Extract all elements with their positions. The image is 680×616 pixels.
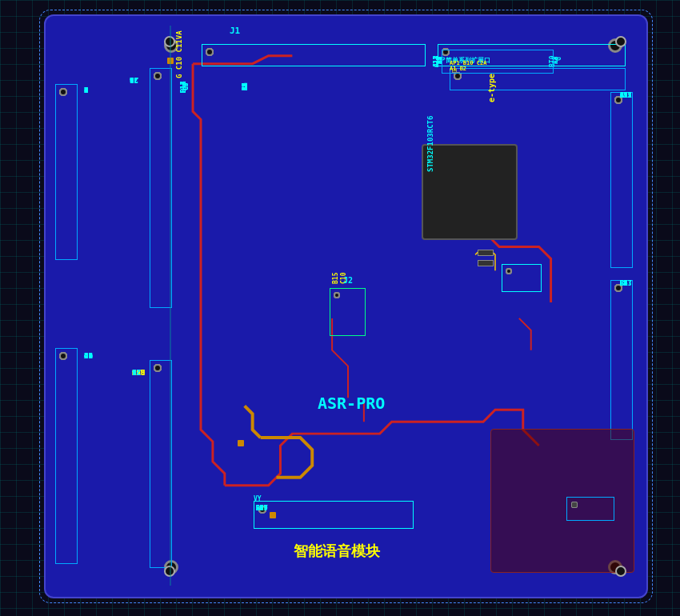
pcb-canvas: J1 (0, 0, 680, 616)
mount-pad-tr (615, 36, 626, 47)
left-lower-connector (55, 348, 78, 564)
bot-gnd: GND (256, 505, 267, 512)
right-middle-connector (610, 92, 633, 268)
asr-pro-label: ASR-PRO (318, 394, 385, 413)
mini-ic-1 (478, 250, 494, 256)
top-pin-b11: B11 (180, 82, 202, 93)
j2-label: J2 (343, 276, 353, 285)
bottom-connector (254, 501, 414, 529)
pin-hole (206, 48, 214, 56)
right-b7: B7 (620, 280, 628, 287)
center-small-box (330, 288, 366, 336)
small-comp-labels2: A1 B2 (450, 66, 466, 72)
mini-ic-2 (478, 260, 494, 266)
center-pin-22: 22 (132, 368, 141, 376)
pcb-board: J1 (44, 14, 648, 598)
center-left-lower-connector (150, 360, 172, 568)
vy-label: VY (254, 495, 262, 502)
small-box-2 (502, 264, 542, 292)
gc10c11va-label: G C10 C11VA (175, 30, 183, 78)
right-top-g2: G (555, 57, 570, 61)
pin-hole (59, 88, 67, 96)
pin-hole (334, 292, 340, 298)
pin-hole (59, 352, 67, 360)
b15-label: B15 (332, 273, 339, 284)
vertical-divider (170, 26, 171, 586)
top-pin-c2: C2 (242, 82, 262, 90)
stm32-label: STM32F103RCT6 (426, 116, 434, 172)
center-left-connector (150, 68, 172, 308)
pin-hole (506, 268, 512, 274)
center-pin-27: 27 (130, 76, 138, 84)
j1-label: J1 (230, 26, 240, 36)
right-lower-connector (610, 280, 633, 440)
left-pin-21: 21 (84, 352, 93, 360)
small-comp-d (571, 502, 578, 508)
pin-hole (154, 72, 162, 80)
right-c12-2: C12 (620, 92, 631, 99)
pin-hole (154, 364, 162, 372)
mount-pad-br (615, 566, 626, 577)
solder-pad-3 (270, 512, 276, 518)
etype-label: e-type (487, 74, 496, 102)
left-upper-connector (55, 84, 78, 260)
top-connector-group (202, 44, 426, 66)
right-bottom-small-connector (566, 497, 614, 521)
left-pin-8: 8 (84, 86, 88, 94)
solder-pad-2 (238, 440, 244, 446)
chinese-label: 智能语音模块 (294, 542, 380, 561)
stm32-chip (422, 144, 518, 240)
